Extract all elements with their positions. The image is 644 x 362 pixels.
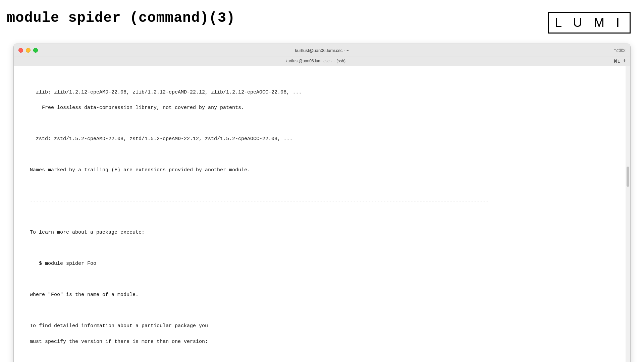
- traffic-lights: [18, 48, 38, 53]
- term-line-names: Names marked by a trailing (E) are exten…: [24, 166, 620, 174]
- term-line-empty3: [24, 182, 620, 190]
- maximize-button[interactable]: [33, 48, 38, 53]
- term-line-empty5: [24, 244, 620, 252]
- titlebar-shortcut: ⌥⌘2: [614, 48, 626, 53]
- term-line-zlib-desc: Free lossless data-compression library, …: [24, 104, 620, 112]
- term-line-find2: must specify the version if there is mor…: [24, 338, 620, 346]
- terminal-scrollbar[interactable]: [626, 66, 630, 362]
- term-line-zlib: zlib: zlib/1.2.12-cpeAMD-22.08, zlib/1.2…: [24, 88, 620, 96]
- term-line-sep1: ----------------------------------------…: [24, 197, 620, 205]
- term-line-learn: To learn more about a package execute:: [24, 229, 620, 236]
- term-line-zstd: zstd: zstd/1.5.2-cpeAMD-22.08, zstd/1.5.…: [24, 135, 620, 143]
- term-line-empty7: [24, 307, 620, 314]
- subtab-title: kurtlust@uan06.lumi.csc - ~ (ssh): [18, 59, 613, 63]
- scroll-thumb[interactable]: [627, 167, 629, 187]
- term-line-empty1: [24, 120, 620, 127]
- minimize-button[interactable]: [26, 48, 31, 53]
- terminal-window: kurtlust@uan06.lumi.csc - ~ ⌥⌘2 kurtlust…: [13, 44, 631, 362]
- term-line-empty8: [24, 353, 620, 361]
- term-line-find1: To find detailed information about a par…: [24, 322, 620, 330]
- term-line-empty4: [24, 213, 620, 221]
- terminal-content: zlib: zlib/1.2.12-cpeAMD-22.08, zlib/1.2…: [24, 73, 620, 362]
- add-tab-button[interactable]: +: [623, 58, 626, 64]
- subtab-row: kurtlust@uan06.lumi.csc - ~ (ssh) ⌘1 +: [14, 57, 630, 66]
- terminal-titlebar: kurtlust@uan06.lumi.csc - ~ ⌥⌘2 kurtlust…: [14, 44, 630, 66]
- window-title: kurtlust@uan06.lumi.csc - ~: [295, 48, 349, 53]
- close-button[interactable]: [18, 48, 23, 53]
- term-line-empty2: [24, 151, 620, 159]
- lumi-logo: L U M I: [548, 12, 631, 34]
- term-line-spider-foo: $ module spider Foo: [24, 260, 620, 267]
- shortcut-close: ⌥⌘2: [614, 48, 626, 53]
- tab-shortcut: ⌘1: [613, 59, 620, 64]
- terminal-body[interactable]: zlib: zlib/1.2.12-cpeAMD-22.08, zlib/1.2…: [14, 66, 630, 362]
- term-line-where: where "Foo" is the name of a module.: [24, 291, 620, 299]
- page-title: module spider (command)(3): [7, 10, 235, 26]
- page-header: module spider (command)(3) L U M I: [0, 0, 644, 40]
- term-line-empty6: [24, 276, 620, 283]
- titlebar-top-row: kurtlust@uan06.lumi.csc - ~ ⌥⌘2: [14, 44, 630, 57]
- subtab-controls: ⌘1 +: [613, 58, 626, 64]
